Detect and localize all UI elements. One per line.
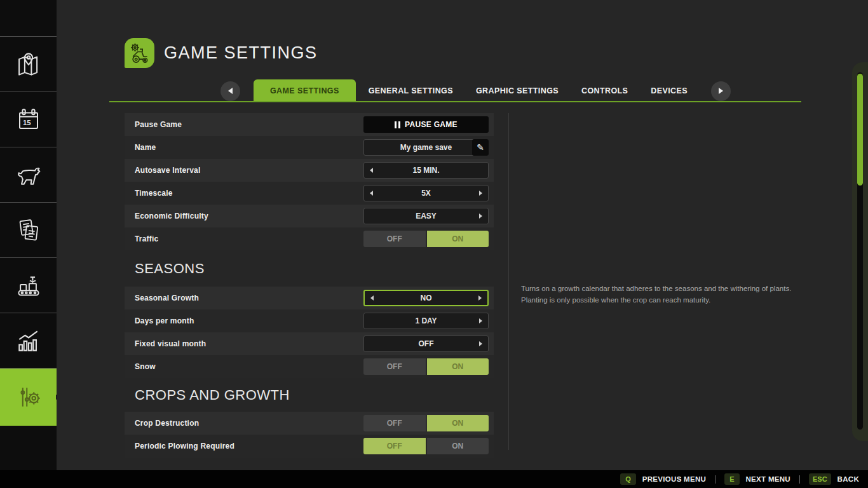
- tab-graphic-settings[interactable]: GRAPHIC SETTINGS: [465, 79, 570, 102]
- tabs-prev-button[interactable]: [220, 81, 240, 101]
- increase-arrow-icon[interactable]: [479, 318, 482, 323]
- setting-label: Economic Difficulty: [125, 212, 208, 220]
- setting-row-snow: Snow OFF ON: [125, 355, 494, 378]
- sidebar-item-production[interactable]: [0, 258, 57, 313]
- hint-separator: [715, 475, 715, 484]
- periodic-plowing-control: OFF ON: [363, 438, 489, 454]
- setting-row-pause-game: Pause Game PAUSE GAME: [125, 113, 494, 136]
- setting-label: Fixed visual month: [125, 339, 206, 348]
- chevron-left-icon: [228, 88, 233, 94]
- name-control: My game save ✎: [363, 139, 489, 156]
- documents-icon: [15, 217, 42, 243]
- increase-arrow-icon[interactable]: [479, 214, 482, 219]
- crop-destruction-control: OFF ON: [363, 415, 489, 431]
- days-per-month-control: 1 DAY: [363, 313, 489, 329]
- sidebar-item-calendar[interactable]: 15: [0, 92, 57, 147]
- statistics-icon: [15, 327, 43, 355]
- periodic-plowing-toggle[interactable]: OFF ON: [363, 438, 489, 454]
- setting-label: Traffic: [125, 234, 158, 243]
- savegame-name-input[interactable]: My game save: [363, 139, 489, 156]
- scrollbar-thumb[interactable]: [857, 74, 863, 186]
- setting-row-crop-destruction: Crop Destruction OFF ON: [125, 412, 494, 435]
- setting-row-traffic: Traffic OFF ON: [125, 227, 494, 250]
- setting-label: Seasonal Growth: [125, 294, 199, 302]
- sidebar-item-map[interactable]: [0, 37, 57, 92]
- edit-name-button[interactable]: ✎: [472, 139, 489, 156]
- chevron-right-icon: [719, 88, 723, 94]
- hint-separator: [799, 475, 800, 484]
- key-q-badge: Q: [620, 473, 636, 485]
- fixed-visual-month-selector[interactable]: OFF: [363, 336, 489, 352]
- toggle-on-option[interactable]: ON: [427, 415, 489, 431]
- tabs-next-button[interactable]: [711, 81, 731, 101]
- cow-icon: [15, 161, 43, 189]
- key-e-badge: E: [724, 473, 739, 485]
- seasonal-growth-selector[interactable]: NO: [363, 290, 489, 306]
- toggle-on-option[interactable]: ON: [427, 358, 489, 375]
- sidebar-nav: 15: [0, 0, 57, 470]
- toggle-off-option[interactable]: OFF: [363, 358, 426, 375]
- timescale-control: 5X: [363, 185, 489, 201]
- setting-row-fixed-visual-month: Fixed visual month OFF: [125, 332, 494, 355]
- decrease-arrow-icon[interactable]: [370, 295, 374, 301]
- setting-row-seasonal-growth: Seasonal Growth NO: [125, 287, 494, 309]
- autosave-selector[interactable]: 15 MIN.: [363, 162, 489, 179]
- pause-game-button[interactable]: PAUSE GAME: [363, 116, 489, 133]
- section-header-seasons: SEASONS: [125, 250, 494, 287]
- sidebar-item-animals[interactable]: [0, 147, 57, 203]
- toggle-on-option[interactable]: ON: [427, 231, 489, 247]
- increase-arrow-icon[interactable]: [479, 341, 482, 346]
- sidebar-item-settings-active[interactable]: [0, 369, 57, 426]
- tab-game-settings[interactable]: GAME SETTINGS: [254, 79, 356, 102]
- days-per-month-selector[interactable]: 1 DAY: [363, 313, 489, 329]
- setting-row-name: Name My game save ✎: [125, 136, 494, 159]
- setting-label: Name: [125, 143, 156, 152]
- tab-bar: GAME SETTINGS GENERAL SETTINGS GRAPHIC S…: [220, 79, 731, 102]
- next-menu-hint: NEXT MENU: [746, 475, 790, 483]
- snow-toggle[interactable]: OFF ON: [363, 358, 489, 375]
- settings-list: Pause Game PAUSE GAME Name My game save …: [125, 113, 494, 458]
- pause-game-control: PAUSE GAME: [363, 116, 489, 133]
- calendar-icon: 15: [15, 106, 42, 133]
- decrease-arrow-icon[interactable]: [370, 168, 373, 173]
- increase-arrow-icon[interactable]: [479, 191, 482, 196]
- setting-label: Timescale: [125, 189, 173, 198]
- snow-control: OFF ON: [363, 358, 489, 375]
- setting-label: Days per month: [125, 316, 194, 325]
- setting-label: Pause Game: [125, 120, 182, 129]
- svg-text:15: 15: [23, 119, 31, 126]
- setting-description-text: Turns on a growth calendar that adheres …: [521, 283, 799, 306]
- toggle-off-option[interactable]: OFF: [363, 415, 426, 431]
- setting-row-economic-difficulty: Economic Difficulty EASY: [125, 205, 494, 227]
- seasonal-growth-control: NO: [363, 290, 489, 306]
- decrease-arrow-icon[interactable]: [370, 191, 373, 196]
- crop-destruction-toggle[interactable]: OFF ON: [363, 415, 489, 431]
- tab-devices[interactable]: DEVICES: [639, 79, 699, 102]
- tab-general-settings[interactable]: GENERAL SETTINGS: [357, 79, 465, 102]
- setting-row-periodic-plowing: Periodic Plowing Required OFF ON: [125, 435, 494, 458]
- main-panel: GAME SETTINGS GAME SETTINGS GENERAL SETT…: [57, 0, 868, 470]
- traffic-toggle[interactable]: OFF ON: [363, 231, 489, 247]
- toggle-off-option[interactable]: OFF: [363, 231, 426, 247]
- production-icon: [15, 271, 43, 299]
- toggle-on-option[interactable]: ON: [427, 438, 489, 454]
- pause-icon: [395, 121, 400, 128]
- setting-label: Snow: [125, 362, 156, 371]
- pencil-icon: ✎: [477, 142, 484, 152]
- timescale-selector[interactable]: 5X: [363, 185, 489, 201]
- tab-underline: [109, 101, 801, 102]
- sidebar-item-statistics[interactable]: [0, 313, 57, 369]
- previous-menu-hint: PREVIOUS MENU: [642, 475, 706, 483]
- settings-sliders-icon: [15, 383, 43, 411]
- scrollbar-track[interactable]: [857, 72, 863, 430]
- sidebar-item-finances[interactable]: [0, 203, 57, 258]
- page-title: GAME SETTINGS: [164, 43, 318, 63]
- setting-label: Periodic Plowing Required: [125, 442, 234, 451]
- game-settings-app-icon: [125, 38, 154, 68]
- traffic-control: OFF ON: [363, 231, 489, 247]
- toggle-off-option[interactable]: OFF: [363, 438, 426, 454]
- tab-controls[interactable]: CONTROLS: [570, 79, 639, 102]
- increase-arrow-icon[interactable]: [478, 295, 482, 301]
- economic-difficulty-selector[interactable]: EASY: [363, 208, 489, 224]
- tractor-gear-icon: [127, 41, 153, 66]
